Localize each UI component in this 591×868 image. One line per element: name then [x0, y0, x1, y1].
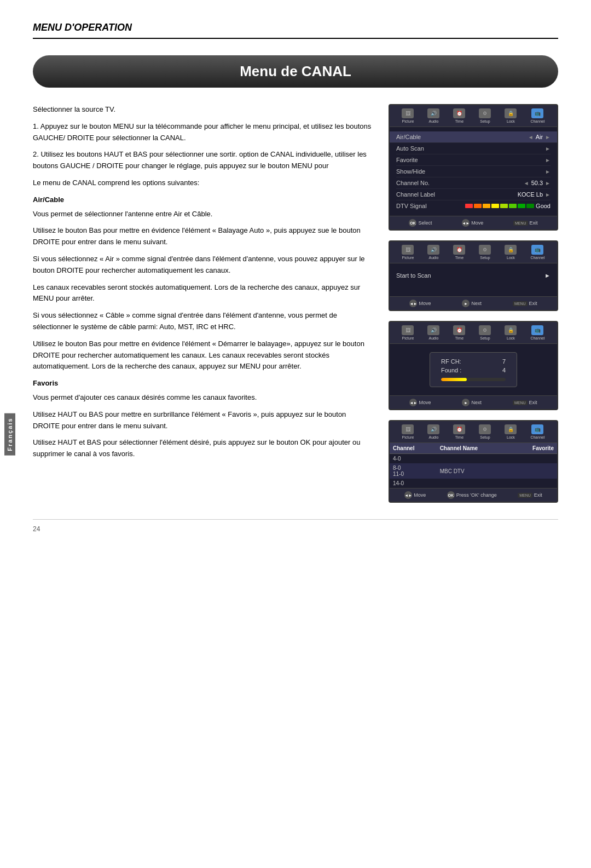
panel3-header: 🖼 Picture 🔊 Audio ⏰ Time ⚙ Setup — [390, 322, 557, 344]
col-favorite: Favorite — [511, 443, 557, 454]
select-btn: OK Select — [409, 219, 432, 227]
setup-icon: ⚙ Setup — [479, 108, 491, 123]
favoris-desc2: Utilisez HAUT ou BAS pour mettre en surb… — [33, 409, 372, 432]
p2-lock-icon: 🔒 Lock — [505, 245, 517, 260]
found-value: 4 — [502, 367, 506, 373]
channel-label-row: Channel Label KOCE Lb ► — [396, 189, 551, 200]
audio-icon: 🔊 Audio — [427, 108, 439, 123]
p2-audio-icon: 🔊 Audio — [427, 245, 439, 260]
panel2-body: Start to Scan ► — [390, 263, 557, 296]
time-icon: ⏰ Time — [453, 108, 465, 123]
rf-ch-value: 7 — [502, 358, 506, 365]
main-title: Menu de CANAL — [44, 63, 547, 80]
favorite-row: Favorite ► — [396, 154, 551, 166]
panel1-body: Air/Cable ◄ Air ► Auto Scan ► Favorite ► — [390, 127, 557, 216]
panel3: 🖼 Picture 🔊 Audio ⏰ Time ⚙ Setup — [389, 321, 558, 410]
air-cable-title: Air/Cable — [33, 194, 372, 206]
p4-lock-icon: 🔒 Lock — [505, 424, 517, 439]
p3-exit-btn: MENU Exit — [513, 399, 537, 406]
channel-no-row: Channel No. ◄ 50.3 ► — [396, 177, 551, 189]
p2-next-btn: ► Next — [462, 300, 482, 307]
p4-ok-change-btn: OK Press 'OK' change — [447, 491, 497, 499]
p2-picture-icon: 🖼 Picture — [402, 245, 414, 260]
panel2-header: 🖼 Picture 🔊 Audio ⏰ Time ⚙ Setup — [390, 242, 557, 263]
panel1-header: 🖼 Picture 🔊 Audio ⏰ Time ⚙ — [390, 105, 557, 127]
air-cable-desc6: Utilisez le bouton Bas pour mettre en év… — [33, 338, 372, 372]
p4-audio-icon: 🔊 Audio — [427, 424, 439, 439]
p2-setup-icon: ⚙ Setup — [479, 245, 491, 260]
p3-audio-icon: 🔊 Audio — [427, 325, 439, 340]
table-row: 8-011-0 MBC DTV — [390, 463, 557, 479]
air-cable-desc5: Si vous sélectionnez « Câble » comme sig… — [33, 310, 372, 333]
p3-channel-icon: 📺 Channel — [530, 325, 544, 340]
scan-progress-bar — [441, 378, 506, 381]
page-header: MENU D'OPERATION — [33, 22, 558, 39]
p2-time-icon: ⏰ Time — [453, 245, 465, 260]
intro-text: Sélectionner la source TV. — [33, 104, 372, 116]
step3-text: Le menu de CANAL comprend les options su… — [33, 177, 372, 189]
p3-setup-icon: ⚙ Setup — [479, 325, 491, 340]
air-cable-row: Air/Cable ◄ Air ► — [390, 131, 557, 143]
text-column: Sélectionner la source TV. 1. Appuyez su… — [33, 104, 372, 503]
page-container: Français MENU D'OPERATION Menu de CANAL … — [0, 0, 591, 868]
p3-move-btn: ◄► Move — [409, 399, 431, 406]
page-number: 24 — [33, 519, 558, 533]
air-cable-desc3: Si vous sélectionnez « Air » comme signa… — [33, 254, 372, 277]
panel4-footer: ◄► Move OK Press 'OK' change MENU Exit — [390, 488, 557, 502]
p4-setup-icon: ⚙ Setup — [479, 424, 491, 439]
favoris-desc1: Vous permet d'ajouter ces canaux désirés… — [33, 392, 372, 404]
favorites-table: Channel Channel Name Favorite 4-0 — [390, 443, 557, 488]
p4-time-icon: ⏰ Time — [453, 424, 465, 439]
p3-time-icon: ⏰ Time — [453, 325, 465, 340]
table-row: 4-0 — [390, 454, 557, 464]
air-cable-desc1: Vous permet de sélectionner l'antenne en… — [33, 209, 372, 220]
panel4-body: Channel Channel Name Favorite 4-0 — [390, 443, 557, 488]
title-banner: Menu de CANAL — [33, 55, 558, 88]
start-to-scan-row: Start to Scan ► — [396, 268, 551, 283]
rf-info-box: RF CH: 7 Found : 4 — [430, 352, 517, 387]
step1-text: 1. Appuyez sur le bouton MENU sur la tél… — [33, 121, 372, 144]
p2-move-btn: ◄► Move — [409, 300, 431, 307]
p4-exit-btn: MENU Exit — [518, 491, 542, 499]
picture-icon: 🖼 Picture — [402, 108, 414, 123]
ui-panels-column: 🖼 Picture 🔊 Audio ⏰ Time ⚙ — [389, 104, 558, 503]
panel2: 🖼 Picture 🔊 Audio ⏰ Time ⚙ Setup — [389, 240, 558, 311]
col-channel-name: Channel Name — [437, 443, 511, 454]
p2-channel-icon: 📺 Channel — [530, 245, 544, 260]
panel3-footer: ◄► Move ► Next MENU Exit — [390, 395, 557, 409]
p3-picture-icon: 🖼 Picture — [402, 325, 414, 340]
lock-icon: 🔒 Lock — [505, 108, 517, 123]
panel1: 🖼 Picture 🔊 Audio ⏰ Time ⚙ — [389, 104, 558, 231]
air-cable-desc4: Les canaux recevables seront stockés aut… — [33, 282, 372, 305]
panel4: 🖼 Picture 🔊 Audio ⏰ Time ⚙ Setup — [389, 420, 558, 503]
table-header-row: Channel Channel Name Favorite — [390, 443, 557, 454]
show-hide-row: Show/Hide ► — [396, 166, 551, 177]
favoris-desc3: Utilisez HAUT et BAS pour sélectionner l… — [33, 437, 372, 460]
signal-bar — [465, 204, 534, 208]
air-cable-desc2: Utilisez le bouton Bas pour mettre en év… — [33, 225, 372, 248]
table-row: 14-0 — [390, 479, 557, 488]
panel2-footer: ◄► Move ► Next MENU Exit — [390, 296, 557, 310]
auto-scan-row: Auto Scan ► — [396, 143, 551, 154]
dtv-signal-row: DTV Signal — [396, 200, 551, 211]
p3-lock-icon: 🔒 Lock — [505, 325, 517, 340]
move-btn: ◄► Move — [462, 219, 483, 227]
channel-icon: 📺 Channel — [530, 108, 544, 123]
panel1-footer: OK Select ◄► Move MENU Exit — [390, 216, 557, 229]
side-label: Français — [4, 413, 15, 455]
p4-move-btn: ◄► Move — [404, 491, 426, 499]
p3-next-btn: ► Next — [462, 399, 482, 406]
content-layout: Sélectionner la source TV. 1. Appuyez su… — [33, 104, 558, 503]
p4-channel-icon: 📺 Channel — [530, 424, 544, 439]
page-title: MENU D'OPERATION — [33, 22, 558, 33]
exit-btn: MENU Exit — [513, 219, 538, 227]
panel4-header: 🖼 Picture 🔊 Audio ⏰ Time ⚙ Setup — [390, 421, 557, 443]
p4-picture-icon: 🖼 Picture — [402, 424, 414, 439]
favoris-title: Favoris — [33, 378, 372, 389]
step2-text: 2. Utilisez les boutons HAUT et BAS pour… — [33, 149, 372, 172]
panel3-body: RF CH: 7 Found : 4 — [390, 344, 557, 395]
col-channel: Channel — [390, 443, 437, 454]
p2-exit-btn: MENU Exit — [513, 300, 537, 307]
